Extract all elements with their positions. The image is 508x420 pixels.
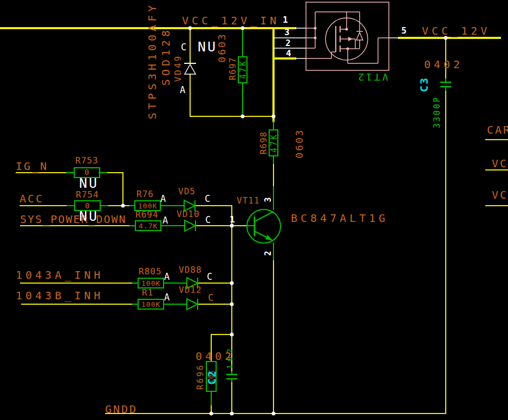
refdes-r696[interactable]: R696 [197,364,205,390]
refdes-c2[interactable]: C2 [206,370,217,385]
refdes-r694[interactable]: R694 [135,211,159,219]
value-r694: 4.7K [139,222,158,229]
net-label-ig-n[interactable]: IG_N [16,161,48,172]
pin-number-vt12-4: 4 [286,49,291,58]
cathode-label-vd10: C [205,215,211,225]
net-label-1043b-inh[interactable]: 1043B_INH [16,290,103,301]
mosfet-vt12[interactable] [306,2,389,70]
pin-number-vt11-2: 2 [264,251,272,255]
pin-number-vt12-2: 2 [285,39,291,48]
refdes-r754[interactable]: R754 [76,191,99,199]
mosfet-junction-dots [314,27,349,50]
nu-flag-r754: NU [79,209,99,223]
refdes-c3[interactable]: C3 [419,77,429,92]
cathode-label-vd5: C [205,194,210,204]
pin-number-vt11-1: 1 [230,215,235,224]
refdes-r698[interactable]: R698 [259,132,268,155]
body-arrow [348,37,353,41]
pin-number-vt11-3: 3 [264,197,272,202]
value-r1: 100K [141,301,160,308]
cathode-label-vd49: C [181,43,186,52]
anode-label-vd10: A [162,216,168,225]
diode-vd49[interactable] [184,63,196,74]
net-label-edge-1[interactable]: CAR [487,124,508,135]
net-label-sys-power-down[interactable]: SYS_POWER_DOWN [20,214,127,225]
cathode-label-vd88: C [207,272,212,281]
package-r698: 0603 [295,128,304,158]
value-r76: 100K [138,202,157,209]
refdes-r805[interactable]: R805 [139,267,162,276]
refdes-r76[interactable]: R76 [136,190,154,199]
package-c3: 0402 [424,59,463,70]
package-vd49: SOD128 [160,27,171,86]
refdes-r697[interactable]: R697 [229,57,237,81]
net-label-vcc-12v[interactable]: VCC_12V [422,25,490,36]
refdes-vt12[interactable]: VT12 [356,72,388,82]
value-c3: 3300P [433,96,441,128]
part-vt11: BC847ALT1G [291,213,388,224]
schematic-canvas: VCC_12V_IN VCC_12V 1 3 2 4 5 VT12 STPS3H… [0,0,508,420]
net-label-acc[interactable]: ACC [19,193,44,204]
anode-label-vd49: A [180,86,185,95]
refdes-vt11[interactable]: VT11 [237,196,260,205]
capacitor-c2[interactable] [226,375,237,379]
refdes-r753[interactable]: R753 [75,156,99,165]
power-wires[interactable] [0,28,500,121]
pin-number-vt12-1: 1 [283,16,288,24]
refdes-vd49[interactable]: VD49 [174,55,183,82]
net-label-edge-2[interactable]: VC [492,158,508,169]
value-c2: 102 [226,345,233,369]
value-r698: 47K [270,133,278,153]
net-label-1043a-inh[interactable]: 1043A_INH [16,270,103,280]
refdes-vd10[interactable]: VD10 [177,210,200,219]
refdes-vd12[interactable]: VD12 [179,286,202,294]
anode-label-vd88: A [164,272,170,281]
nu-flag-r753: NU [79,176,99,190]
value-r805: 100K [141,280,160,287]
pin-number-vt12-3: 3 [284,28,290,37]
value-r753: 0 [84,168,89,176]
emitter-arrow [265,235,272,240]
nu-flag-vd49: NU [198,40,217,54]
net-label-vcc-12v-in[interactable]: VCC_12V_IN [182,15,279,26]
part-vd49: STPS3H100AFY [147,2,158,120]
refdes-vd5[interactable]: VD5 [178,187,196,196]
diode-vd10[interactable] [185,220,196,231]
capacitor-c3[interactable] [440,82,451,87]
net-label-edge-3[interactable]: VC [492,189,508,200]
refdes-vd88[interactable]: VD88 [179,266,202,274]
value-r697: 47K [239,60,248,79]
schematic-page: { "nets": { "vcc_12v_in": "VCC_12V_IN", … [0,0,508,420]
package-r697: 0603 [217,32,227,62]
anode-label-vd12: A [164,293,170,302]
net-label-gndd[interactable]: GNDD [105,404,138,415]
diode-vd12[interactable] [187,299,198,310]
refdes-r1[interactable]: R1 [142,288,153,297]
pin-number-vt12-5: 5 [401,27,407,35]
anode-label-vd5: A [160,194,166,204]
cathode-label-vd12: C [208,293,213,303]
